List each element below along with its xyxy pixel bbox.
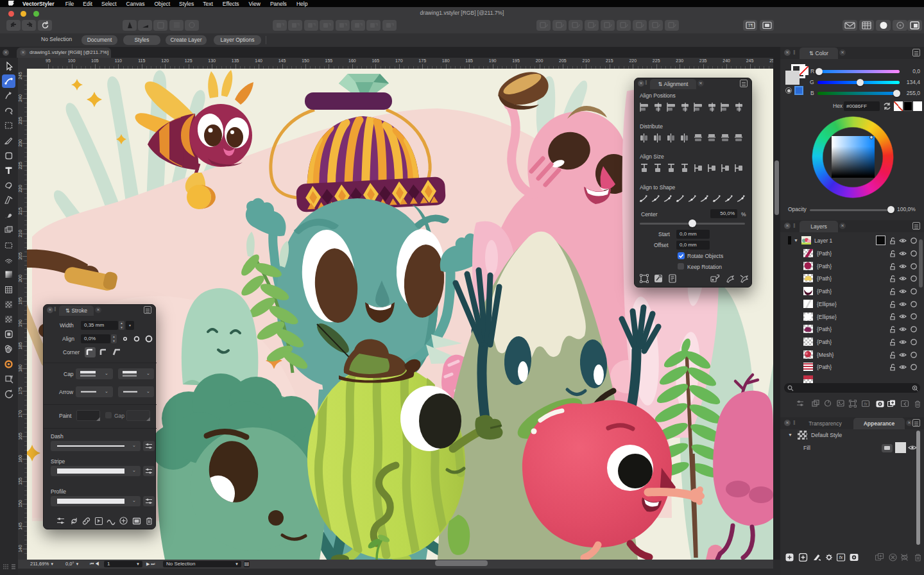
svg-text:fx: fx [864,402,868,406]
svg-text:T¶: T¶ [748,23,753,28]
svg-text:fx: fx [839,555,843,560]
